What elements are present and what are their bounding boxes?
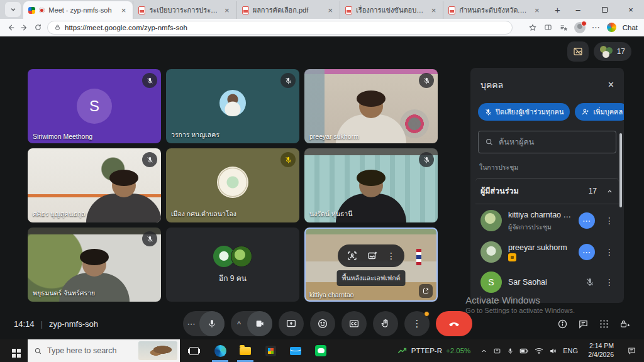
tab-pdf-3[interactable]: เรื่องการแข่งขันตอบคำถามหนังสือพ ×: [340, 1, 443, 19]
profile-avatar[interactable]: [574, 22, 586, 33]
participant-row[interactable]: S Sar Saohai ⋮: [475, 267, 619, 297]
participant-row[interactable]: preeyar sukhorm ⋯ ⋮: [475, 237, 619, 267]
more-options-button[interactable]: ⋮: [404, 311, 430, 336]
folder-icon: [240, 347, 251, 355]
task-view-button[interactable]: [180, 339, 208, 362]
reactions-button[interactable]: [310, 311, 335, 336]
video-tile[interactable]: วรการ หาญเลคร: [166, 69, 299, 143]
panel-scrollbar[interactable]: [619, 133, 622, 207]
video-tile[interactable]: เมือง กศน.ตำบลนาโอง: [166, 148, 299, 222]
copilot-chat-label[interactable]: Chat: [623, 24, 638, 31]
tab-meet[interactable]: Meet - zyp-nmfs-soh ×: [23, 1, 133, 19]
expand-tile-button[interactable]: [419, 284, 433, 298]
split-screen-icon[interactable]: [543, 23, 553, 31]
participant-info: preeyar sukhorm: [508, 243, 572, 261]
taskbar-mail[interactable]: [283, 339, 308, 362]
participant-menu-icon[interactable]: ⋮: [605, 216, 614, 226]
window-device-icon[interactable]: [493, 347, 501, 355]
minimize-button[interactable]: –: [565, 0, 591, 19]
more-count-label: อีก 9 คน: [219, 272, 247, 284]
new-tab-button[interactable]: +: [550, 2, 565, 17]
mic-button[interactable]: ⋯: [183, 311, 225, 336]
contributors-label: ผู้มีส่วนร่วม: [480, 185, 519, 197]
mic-options-icon[interactable]: ⋯: [183, 319, 199, 329]
present-button[interactable]: [279, 311, 304, 336]
participant-row[interactable]: kittiya charntao (คุณ) ผู้จัดการประชุม ⋯…: [475, 204, 619, 237]
tray-chevron-icon[interactable]: [480, 348, 487, 354]
stock-widget[interactable]: PTTEP-R +2.05%: [392, 339, 476, 362]
activities-icon[interactable]: [599, 319, 609, 329]
video-tile[interactable]: ศศิธร บุญสุคนธกุล: [28, 148, 161, 222]
tile-more-options-icon[interactable]: ⋮: [387, 251, 396, 261]
framing-icon[interactable]: [347, 250, 358, 261]
participant-name: preeyar sukhorm: [309, 133, 359, 140]
call-controls: ⋯ ^ ⋮: [183, 311, 472, 336]
background-effects-icon[interactable]: [367, 250, 378, 261]
participant-count-pill[interactable]: 17: [594, 42, 631, 61]
taskbar-store[interactable]: [258, 339, 283, 362]
battery-icon[interactable]: [519, 348, 529, 354]
search-people-input[interactable]: [499, 138, 593, 146]
tab-close-icon[interactable]: ×: [533, 6, 541, 15]
start-button[interactable]: [0, 339, 28, 362]
backgrounds-unavailable-button[interactable]: [567, 41, 589, 62]
tab-title: เรื่องการแข่งขันตอบคำถามหนังสือพ: [356, 4, 426, 16]
video-tile[interactable]: preeyar sukhorm: [304, 69, 438, 143]
participant-menu-icon[interactable]: ⋮: [605, 277, 614, 287]
self-video-tile[interactable]: ⋮ พื้นหลังและเอฟเฟกต์ kittiya charntao: [304, 228, 438, 302]
add-people-button[interactable]: เพิ่มบุคคล: [575, 103, 624, 121]
host-controls-lock-icon[interactable]: [619, 319, 630, 329]
language-indicator[interactable]: ENG: [563, 347, 578, 354]
back-button[interactable]: [6, 23, 15, 32]
participant-menu-icon[interactable]: ⋮: [605, 247, 614, 257]
camera-button[interactable]: ^: [231, 311, 272, 336]
tab-pdf-4[interactable]: กำหนดระดับจังหวัด.pdf ×: [443, 1, 546, 19]
meeting-details-icon[interactable]: [557, 319, 568, 329]
tab-search-button[interactable]: [5, 2, 21, 17]
mute-all-button[interactable]: ปิดเสียงผู้เข้าร่วมทุกคน: [478, 103, 570, 121]
panel-title: บุคคล: [480, 78, 503, 92]
video-tile[interactable]: นงรัตน์ หุ่นธานี: [304, 148, 438, 222]
tray-mic-icon[interactable]: [507, 347, 514, 355]
taskbar-search[interactable]: [28, 339, 180, 362]
taskbar-file-explorer[interactable]: [233, 339, 258, 362]
taskbar-line[interactable]: [308, 339, 333, 362]
close-panel-button[interactable]: ×: [608, 80, 614, 90]
close-window-button[interactable]: ×: [618, 0, 644, 19]
wifi-icon[interactable]: [535, 348, 543, 354]
participant-row[interactable]: Saranya .B ⋮: [475, 297, 619, 303]
captions-button[interactable]: [341, 311, 367, 336]
address-bar[interactable]: https://meet.google.com/zyp-nmfs-soh: [47, 21, 513, 35]
chevron-up-icon: [606, 187, 614, 195]
video-tile[interactable]: S Siriwimon Meethong: [28, 69, 161, 143]
tab-close-icon[interactable]: ×: [326, 6, 335, 15]
chat-icon[interactable]: [578, 319, 589, 329]
tab-title: ผลการคัดเลือก.pdf: [253, 4, 323, 16]
end-call-button[interactable]: [436, 311, 472, 336]
collections-icon[interactable]: [559, 23, 568, 32]
contributors-header[interactable]: ผู้มีส่วนร่วม 17: [475, 178, 619, 204]
taskbar-search-input[interactable]: [47, 346, 129, 355]
tab-close-icon[interactable]: ×: [223, 6, 231, 15]
tab-close-icon[interactable]: ×: [430, 6, 438, 15]
tile-hover-toolbar: ⋮: [338, 244, 404, 267]
favorite-star-icon[interactable]: [528, 23, 537, 32]
tab-pdf-1[interactable]: ระเบียบวาระการประชุม .pdf ×: [133, 1, 236, 19]
taskbar-edge[interactable]: [208, 339, 233, 362]
raise-hand-button[interactable]: [373, 311, 398, 336]
more-participants-tile[interactable]: อีก 9 คน: [166, 228, 299, 302]
taskbar-clock[interactable]: 2:14 PM 2/4/2026: [583, 339, 619, 362]
browser-menu-icon[interactable]: ⋯: [592, 23, 601, 32]
forward-button[interactable]: [20, 23, 29, 32]
action-center-button[interactable]: [619, 339, 644, 362]
copilot-icon[interactable]: [607, 23, 616, 32]
tab-pdf-2[interactable]: ผลการคัดเลือก.pdf ×: [236, 1, 340, 19]
maximize-button[interactable]: [591, 0, 618, 19]
camera-options-icon[interactable]: ^: [231, 319, 247, 329]
volume-icon[interactable]: [549, 347, 557, 355]
video-tile[interactable]: พยุธมนตร์ จันทร์ศราย: [28, 228, 161, 302]
meeting-code: zyp-nmfs-soh: [49, 319, 98, 329]
search-people-field[interactable]: [478, 131, 616, 153]
tab-close-icon[interactable]: ×: [119, 6, 128, 15]
refresh-button[interactable]: [34, 23, 42, 31]
